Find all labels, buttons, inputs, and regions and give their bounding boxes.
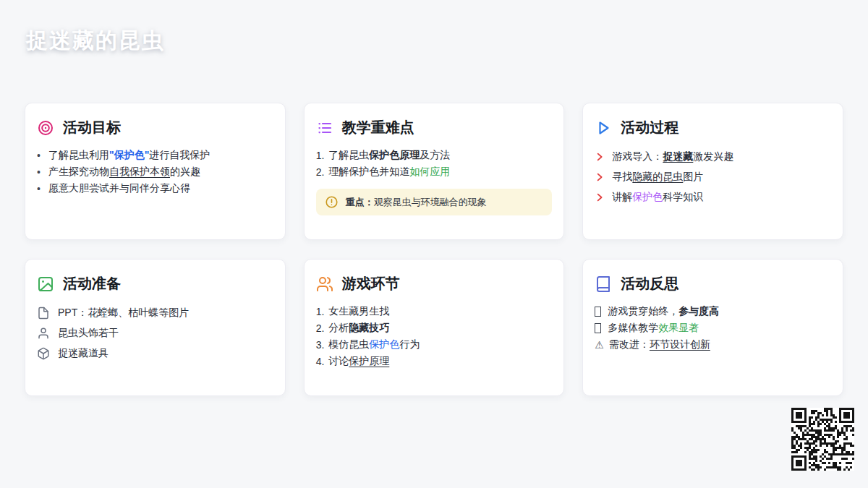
warning-triangle-icon: ⚠ bbox=[595, 339, 604, 351]
text-segment: 及方法 bbox=[420, 149, 450, 162]
list-item: ⚠ 需改进：环节设计创新 bbox=[595, 336, 831, 353]
text-segment: 分析 bbox=[328, 322, 349, 335]
list-item: 游戏贯穿始终，参与度高 bbox=[595, 303, 831, 320]
text-segment: 多媒体教学 bbox=[608, 322, 658, 335]
card-body: 1. 女生藏男生找 2. 分析隐藏技巧 3. 模仿昆虫保护色行为 4. 讨论保护… bbox=[305, 294, 564, 369]
card-header: 活动反思 bbox=[583, 260, 843, 294]
card-activity-preparation: 活动准备 PPT：花螳螂、枯叶蝶等图片 昆虫头饰若干 捉迷藏道具 bbox=[25, 259, 286, 396]
text-segment: 需改进： bbox=[609, 338, 650, 351]
text-segment: 的兴趣 bbox=[170, 166, 200, 179]
chevron-right-icon bbox=[595, 152, 605, 162]
note-label: 重点： bbox=[346, 197, 374, 207]
page-title: 捉迷藏的昆虫 bbox=[26, 26, 165, 56]
highlight-term: 如何应用 bbox=[409, 166, 450, 179]
card-grid: 活动目标 了解昆虫利用"保护色"进行自我保护 产生探究动物自我保护本领的兴趣 愿… bbox=[25, 103, 843, 396]
card-header: 游戏环节 bbox=[305, 260, 564, 294]
card-activity-process: 活动过程 游戏导入：捉迷藏激发兴趣 寻找隐藏的昆虫图片 讲解保护色科学知识 bbox=[582, 103, 843, 240]
card-body: 游戏导入：捉迷藏激发兴趣 寻找隐藏的昆虫图片 讲解保护色科学知识 bbox=[583, 137, 843, 207]
card-header: 活动准备 bbox=[25, 260, 285, 294]
card-title: 活动过程 bbox=[621, 118, 678, 137]
underlined-term: 环节设计创新 bbox=[650, 338, 710, 351]
underlined-term: 隐藏的昆虫 bbox=[632, 171, 683, 184]
list-item: 4. 讨论保护原理 bbox=[316, 353, 553, 369]
card-title: 活动反思 bbox=[621, 274, 678, 294]
text-segment: 昆虫头饰若干 bbox=[58, 327, 119, 340]
underlined-term: 保护原理 bbox=[349, 355, 389, 368]
box-icon bbox=[37, 347, 50, 360]
list-item: 3. 模仿昆虫保护色行为 bbox=[316, 336, 553, 353]
list-item: 游戏导入：捉迷藏激发兴趣 bbox=[595, 147, 831, 167]
bullet-marker bbox=[37, 183, 48, 194]
chevron-right-icon bbox=[595, 192, 605, 202]
list-item: 1. 女生藏男生找 bbox=[316, 303, 553, 320]
text-segment: 进行自我保护 bbox=[149, 149, 210, 162]
text-segment: 讨论 bbox=[328, 355, 349, 368]
missing-glyph-box bbox=[595, 307, 601, 317]
text-segment: 行为 bbox=[399, 338, 420, 351]
list-item: 讲解保护色科学知识 bbox=[595, 187, 831, 207]
item-number: 1. bbox=[316, 306, 325, 317]
file-icon bbox=[37, 307, 50, 320]
underlined-term: 自我保护本领 bbox=[109, 166, 170, 179]
bold-term: 捉迷藏 bbox=[663, 150, 693, 163]
text-segment: 游戏贯穿始终， bbox=[608, 305, 678, 318]
book-icon bbox=[595, 275, 612, 293]
bold-term: 参与度高 bbox=[678, 305, 719, 318]
bold-term: 保护色原理 bbox=[369, 149, 420, 162]
text-segment: PPT：花螳螂、枯叶蝶等图片 bbox=[58, 307, 189, 320]
text-segment: 产生探究动物 bbox=[48, 166, 109, 179]
target-icon bbox=[37, 119, 54, 137]
text-segment: 了解昆虫利用 bbox=[48, 149, 109, 162]
card-header: 活动过程 bbox=[583, 103, 843, 137]
list-item: 了解昆虫利用"保护色"进行自我保护 bbox=[37, 147, 273, 163]
text-segment: 理解保护色并知道 bbox=[328, 166, 409, 179]
list-item: 寻找隐藏的昆虫图片 bbox=[595, 167, 831, 187]
note-text: 重点：观察昆虫与环境融合的现象 bbox=[346, 196, 487, 209]
bullet-marker bbox=[37, 150, 48, 161]
card-body: 游戏贯穿始终，参与度高 多媒体教学效果显著 ⚠ 需改进：环节设计创新 bbox=[583, 294, 843, 353]
card-title: 活动目标 bbox=[63, 118, 121, 137]
play-icon bbox=[595, 119, 612, 137]
list-item: 多媒体教学效果显著 bbox=[595, 320, 831, 336]
text-segment: 激发兴趣 bbox=[693, 150, 733, 163]
key-point-note: 重点：观察昆虫与环境融合的现象 bbox=[316, 189, 553, 215]
item-number: 2. bbox=[316, 322, 325, 334]
text-segment: 愿意大胆尝试并与同伴分享心得 bbox=[48, 182, 190, 195]
card-activity-reflection: 活动反思 游戏贯穿始终，参与度高 多媒体教学效果显著 ⚠ 需改进：环节设计创新 bbox=[582, 259, 843, 396]
highlight-term: "保护色" bbox=[109, 149, 149, 162]
card-body: 了解昆虫利用"保护色"进行自我保护 产生探究动物自我保护本领的兴趣 愿意大胆尝试… bbox=[25, 137, 285, 197]
person-icon bbox=[37, 327, 50, 340]
card-body: 1. 了解昆虫保护色原理及方法 2. 理解保护色并知道如何应用 重点：观察昆虫与… bbox=[305, 137, 564, 215]
highlight-term: 效果显著 bbox=[658, 322, 699, 335]
image-icon bbox=[37, 275, 54, 293]
missing-glyph-box bbox=[595, 323, 601, 333]
chevron-right-icon bbox=[595, 172, 605, 182]
text-segment: 捉迷藏道具 bbox=[58, 347, 109, 360]
list-item: 捉迷藏道具 bbox=[37, 343, 273, 364]
text-segment: 观察昆虫与环境融合的现象 bbox=[374, 197, 487, 207]
alert-circle-icon bbox=[325, 195, 339, 209]
card-key-points: 教学重难点 1. 了解昆虫保护色原理及方法 2. 理解保护色并知道如何应用 重点… bbox=[304, 103, 565, 240]
bullet-marker bbox=[37, 166, 48, 178]
card-title: 教学重难点 bbox=[342, 118, 414, 137]
text-segment: 科学知识 bbox=[663, 191, 703, 204]
highlight-term: 保护色 bbox=[369, 338, 399, 351]
qr-code bbox=[791, 408, 854, 471]
text-segment: 女生藏男生找 bbox=[328, 305, 389, 318]
list-item: 昆虫头饰若干 bbox=[37, 323, 273, 343]
card-body: PPT：花螳螂、枯叶蝶等图片 昆虫头饰若干 捉迷藏道具 bbox=[25, 294, 285, 364]
text-segment: 图片 bbox=[683, 171, 703, 184]
item-number: 3. bbox=[316, 339, 325, 351]
highlight-term: 保护色 bbox=[632, 191, 663, 204]
card-header: 教学重难点 bbox=[305, 103, 564, 137]
list-item: 1. 了解昆虫保护色原理及方法 bbox=[316, 147, 553, 163]
item-number: 1. bbox=[316, 150, 325, 161]
users-icon bbox=[316, 275, 333, 293]
card-activity-goals: 活动目标 了解昆虫利用"保护色"进行自我保护 产生探究动物自我保护本领的兴趣 愿… bbox=[25, 103, 286, 240]
card-game-steps: 游戏环节 1. 女生藏男生找 2. 分析隐藏技巧 3. 模仿昆虫保护色行为 4.… bbox=[304, 259, 565, 396]
list-item: 产生探究动物自我保护本领的兴趣 bbox=[37, 163, 273, 180]
card-title: 活动准备 bbox=[63, 274, 121, 294]
item-number: 2. bbox=[316, 166, 325, 178]
list-item: 愿意大胆尝试并与同伴分享心得 bbox=[37, 180, 273, 197]
text-segment: 模仿昆虫 bbox=[328, 338, 369, 351]
